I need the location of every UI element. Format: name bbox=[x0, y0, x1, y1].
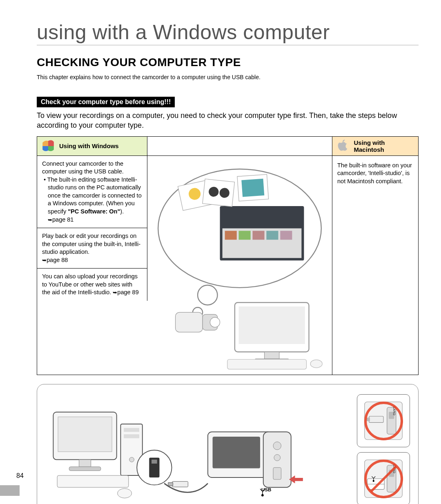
windows-step-3: You can also upload your recordings to Y… bbox=[37, 268, 147, 301]
chapter-title: using with a Windows computer bbox=[37, 20, 419, 45]
mac-instructions: The built-in software on your camcorder,… bbox=[332, 156, 418, 375]
windows-step-2: Play back or edit your recordings on the… bbox=[37, 228, 147, 268]
svg-rect-39 bbox=[172, 482, 188, 487]
svg-rect-5 bbox=[225, 231, 237, 240]
section-tab bbox=[0, 485, 20, 496]
windows-step-1-text: Connect your camcorder to the computer u… bbox=[42, 160, 142, 176]
svg-rect-7 bbox=[252, 231, 264, 240]
page-ref-88: page 88 bbox=[42, 257, 68, 263]
svg-rect-32 bbox=[124, 435, 139, 439]
svg-point-44 bbox=[273, 442, 281, 450]
warning-banner: Check your computer type before using!!! bbox=[37, 97, 175, 107]
svg-rect-16 bbox=[241, 178, 264, 197]
svg-rect-8 bbox=[266, 231, 278, 240]
windows-step-1: Connect your camcorder to the computer u… bbox=[37, 156, 147, 228]
svg-rect-28 bbox=[79, 460, 91, 467]
highlight-circle-icon bbox=[364, 460, 403, 498]
svg-point-33 bbox=[129, 457, 134, 462]
svg-rect-6 bbox=[239, 231, 251, 240]
svg-rect-42 bbox=[213, 437, 260, 468]
windows-column-header: Using with Windows bbox=[37, 137, 147, 156]
page-ref-89: page 89 bbox=[113, 289, 138, 295]
windows-step-1-bullet: The built-in editing software Intelli-st… bbox=[48, 176, 142, 224]
svg-rect-17 bbox=[176, 312, 203, 332]
svg-line-60 bbox=[371, 466, 396, 491]
connection-diagram: USB CARD bbox=[37, 384, 419, 504]
section-heading: CHECKING YOUR COMPUTER TYPE bbox=[37, 56, 419, 69]
port-detail-thumbnails: CARD CARD bbox=[357, 394, 410, 504]
svg-rect-9 bbox=[280, 231, 292, 240]
svg-rect-22 bbox=[265, 352, 279, 359]
mac-column-header: Using with Macintosh bbox=[332, 137, 418, 156]
mac-header-label: Using with Macintosh bbox=[354, 139, 414, 153]
illustration-column-header bbox=[147, 137, 332, 156]
port-detail-incorrect: CARD bbox=[357, 452, 410, 504]
svg-rect-34 bbox=[57, 475, 129, 487]
windows-header-label: Using with Windows bbox=[59, 142, 119, 149]
apple-logo-icon bbox=[336, 139, 350, 153]
svg-point-35 bbox=[118, 488, 132, 498]
lead-paragraph: To view your recordings on a computer, y… bbox=[37, 111, 419, 131]
page-number: 84 bbox=[16, 472, 24, 480]
svg-point-19 bbox=[210, 317, 220, 327]
intro-text: This chapter explains how to connect the… bbox=[37, 74, 419, 80]
usb-connection-illustration: USB bbox=[45, 391, 315, 504]
svg-rect-46 bbox=[273, 468, 281, 480]
svg-rect-38 bbox=[151, 460, 157, 464]
svg-point-1 bbox=[198, 285, 217, 304]
svg-rect-31 bbox=[124, 428, 139, 432]
windows-instructions: Connect your camcorder to the computer u… bbox=[37, 156, 147, 375]
svg-rect-12 bbox=[203, 179, 235, 206]
mac-note-text: The built-in software on your camcorder,… bbox=[337, 162, 413, 186]
windows-logo-icon bbox=[41, 139, 55, 153]
svg-rect-40 bbox=[168, 483, 173, 486]
software-illustration bbox=[147, 156, 332, 375]
svg-point-25 bbox=[310, 360, 322, 367]
os-comparison-table: Using with Windows Using with Macintosh … bbox=[37, 136, 419, 375]
svg-rect-24 bbox=[227, 359, 307, 369]
port-detail-correct: CARD bbox=[357, 394, 410, 447]
highlight-circle-icon bbox=[364, 402, 403, 440]
svg-rect-21 bbox=[239, 306, 305, 344]
svg-point-45 bbox=[274, 455, 281, 461]
page-ref-81: page 81 bbox=[48, 216, 74, 223]
svg-rect-27 bbox=[58, 417, 112, 452]
svg-rect-29 bbox=[69, 467, 101, 471]
